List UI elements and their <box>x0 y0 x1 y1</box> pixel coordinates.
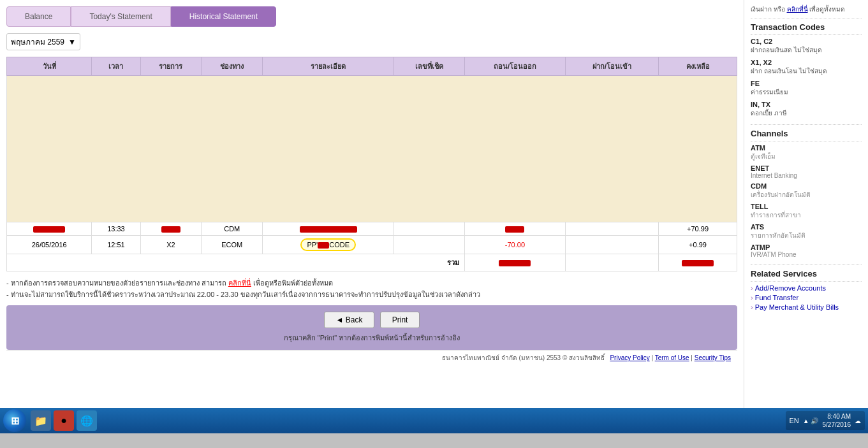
sidebar-top-link[interactable]: คลิกที่นี่ <box>787 6 808 13</box>
channel-enet: ENET Internet Banking <box>751 164 862 179</box>
col-type: รายการ <box>140 57 202 76</box>
code-c1c2: C1, C2 ฝากถอนเงินสด ไม่ใช่สมุด <box>751 38 862 55</box>
channel-atm: ATM ตู้เจทีเอ็ม <box>751 144 862 161</box>
cell-channel-2: ECOM <box>202 236 263 254</box>
code-intx: IN, TX ดอกเบี้ย ภาษี <box>751 101 862 118</box>
back-button[interactable]: ◄ Back <box>324 312 375 328</box>
col-cheque: เลขที่เช็ค <box>394 57 464 76</box>
total-label: รวม <box>7 254 465 271</box>
channel-tell: TELL ทำรายการที่สาขา <box>751 203 862 220</box>
cell-cheque-2 <box>394 236 464 254</box>
cell-date-1 <box>7 222 92 236</box>
table-row: 13:33 CDM +70.99 <box>7 222 737 236</box>
tab-today[interactable]: Today's Statement <box>71 6 170 27</box>
month-selector[interactable]: พฤษภาคม 2559 ▼ <box>6 33 80 50</box>
table-row: 26/05/2016 12:51 X2 ECOM PP'PP'CODECODE … <box>7 236 737 254</box>
code-fe: FE ค่าธรรมเนียม <box>751 80 862 97</box>
start-button[interactable]: ⊞ <box>3 409 26 432</box>
channels-section: Channels ATM ตู้เจทีเอ็ม ENET Internet B… <box>751 129 862 258</box>
cell-time-2: 12:51 <box>92 236 140 254</box>
cell-channel-1: CDM <box>202 222 263 236</box>
privacy-link[interactable]: Privacy Policy <box>610 354 649 361</box>
cell-balance-1: +70.99 <box>659 222 737 236</box>
sidebar: เงินฝาก หรือ คลิกที่นี่ เพื่อดูทั้งหมด T… <box>744 0 868 408</box>
taskbar-icon-1[interactable]: 📁 <box>31 410 51 431</box>
related-link-1[interactable]: ›Add/Remove Accounts <box>751 284 862 292</box>
col-deposit: ฝาก/โอนเข้า <box>566 57 659 76</box>
notice-line1: - หากต้องการตรวจสอบความหมายของตัวย่อรายก… <box>6 278 737 289</box>
cell-withdraw-1 <box>464 222 565 236</box>
cell-detail-2: PP'PP'CODECODE <box>263 236 394 254</box>
col-date: วันที่ <box>7 57 92 76</box>
related-link-2[interactable]: ›Fund Transfer <box>751 294 862 301</box>
col-time: เวลา <box>92 57 140 76</box>
cell-type-2: X2 <box>140 236 202 254</box>
col-channel: ช่องทาง <box>202 57 263 76</box>
taskbar-icons-area: ▲ 🔊 <box>803 417 819 424</box>
tab-historical[interactable]: Historical Statement <box>171 6 276 27</box>
channels-title: Channels <box>751 129 862 141</box>
code-x1x2: X1, X2 ฝาก ถอนเงินโอน ไม่ใช่สมุด <box>751 59 862 76</box>
print-button[interactable]: Print <box>380 312 420 328</box>
taskbar-icon-2[interactable]: ● <box>54 410 74 431</box>
taskbar-cloud-icon: ☁ <box>855 417 861 424</box>
total-deposit <box>566 254 659 271</box>
statement-table: วันที่ เวลา รายการ ช่องทาง รายละเอียด เล… <box>6 57 737 271</box>
col-detail: รายละเอียด <box>263 57 394 76</box>
transaction-codes-title: Transaction Codes <box>751 22 862 35</box>
terms-link[interactable]: Term of Use <box>655 354 689 361</box>
related-title: Related Services <box>751 269 862 282</box>
cell-deposit-2 <box>566 236 659 254</box>
channel-ats: ATS รายการหักอัตโนมัติ <box>751 223 862 240</box>
taskbar: ⊞ 📁 ● 🌐 EN ▲ 🔊 8:40 AM 5/27/2016 ☁ <box>0 408 868 433</box>
total-balance <box>659 254 737 271</box>
taskbar-right: EN ▲ 🔊 8:40 AM 5/27/2016 ☁ <box>786 411 865 430</box>
taskbar-time: 8:40 AM 5/27/2016 <box>823 412 851 429</box>
related-section: Related Services ›Add/Remove Accounts ›F… <box>751 269 862 311</box>
notice-line2: - ท่านจะไม่สามารถใช้บริการนี้ได้ชั่วคราว… <box>6 289 737 301</box>
taskbar-lang: EN <box>790 417 799 424</box>
month-label: พฤษภาคม 2559 <box>11 36 64 48</box>
taskbar-icon-3[interactable]: 🌐 <box>77 410 97 431</box>
notice-area: - หากต้องการตรวจสอบความหมายของตัวย่อรายก… <box>6 278 737 300</box>
col-balance: คงเหลือ <box>659 57 737 76</box>
cell-deposit-1 <box>566 222 659 236</box>
cell-detail-1 <box>263 222 394 236</box>
sidebar-top-note: เงินฝาก หรือ คลิกที่นี่ เพื่อดูทั้งหมด <box>751 5 862 14</box>
related-link-3[interactable]: ›Pay Merchant & Utility Bills <box>751 303 862 311</box>
cell-withdraw-2: -70.00 <box>464 236 565 254</box>
cell-cheque-1 <box>394 222 464 236</box>
tab-balance[interactable]: Balance <box>6 6 71 27</box>
cell-balance-2: +0.99 <box>659 236 737 254</box>
cell-type-1 <box>140 222 202 236</box>
cell-time-1: 13:33 <box>92 222 140 236</box>
transaction-codes-section: Transaction Codes C1, C2 ฝากถอนเงินสด ไม… <box>751 22 862 118</box>
total-withdraw <box>464 254 565 271</box>
code-highlight: PP'PP'CODECODE <box>300 238 356 251</box>
bottom-bar: ◄ Back Print กรุณาคลิก "Print" หากต้องกา… <box>6 305 737 350</box>
month-arrow: ▼ <box>68 38 76 47</box>
footer: ธนาคารไทยพาณิชย์ จำกัด (มหาชน) 2553 © สง… <box>6 350 737 365</box>
cell-date-2: 26/05/2016 <box>7 236 92 254</box>
empty-area <box>7 76 737 222</box>
security-link[interactable]: Security Tips <box>695 354 731 361</box>
print-note: กรุณาคลิก "Print" หากต้องการพิมพ์หน้านี้… <box>13 332 731 343</box>
channel-atmp: ATMP IVR/ATM Phone <box>751 243 862 258</box>
total-row: รวม <box>7 254 737 271</box>
channel-cdm: CDM เครื่องรับฝากอัตโนมัติ <box>751 182 862 199</box>
notice-link[interactable]: คลิกที่นี่ <box>228 279 251 287</box>
col-withdraw: ถอน/โอนออก <box>464 57 565 76</box>
